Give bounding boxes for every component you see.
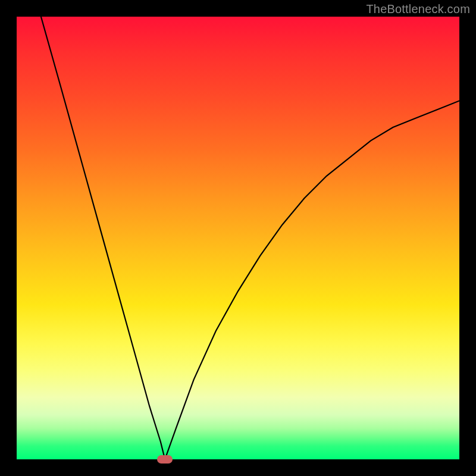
min-marker [157, 455, 173, 464]
plot-area [17, 17, 459, 459]
bottleneck-curve [17, 17, 459, 459]
curve-path [41, 17, 459, 459]
watermark-text: TheBottleneck.com [366, 2, 470, 16]
chart-frame: TheBottleneck.com [0, 0, 476, 476]
